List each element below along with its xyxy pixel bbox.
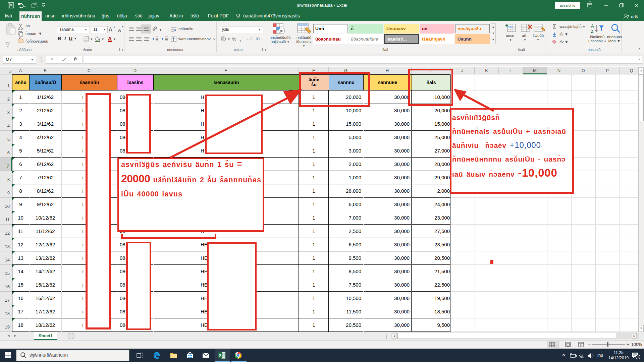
svg-text:%: % [232, 37, 236, 42]
svg-text:▼: ▼ [159, 28, 162, 32]
svg-text:←.0: ←.0 [246, 37, 253, 41]
svg-text:1: 1 [637, 356, 639, 359]
svg-text:.00→: .00→ [255, 37, 263, 41]
svg-text:A: A [591, 24, 594, 28]
svg-text:X: X [219, 353, 222, 357]
svg-text:▼: ▼ [113, 38, 116, 41]
svg-text:▼: ▼ [90, 38, 93, 41]
svg-text:$: $ [222, 37, 224, 41]
svg-text:Z: Z [591, 29, 593, 34]
svg-text:▼: ▼ [227, 38, 230, 41]
svg-text:≠: ≠ [280, 28, 282, 34]
svg-text:ab: ab [152, 25, 158, 32]
svg-text:,: , [239, 36, 241, 42]
svg-text:▼: ▼ [101, 38, 104, 41]
svg-text:A: A [108, 36, 112, 41]
